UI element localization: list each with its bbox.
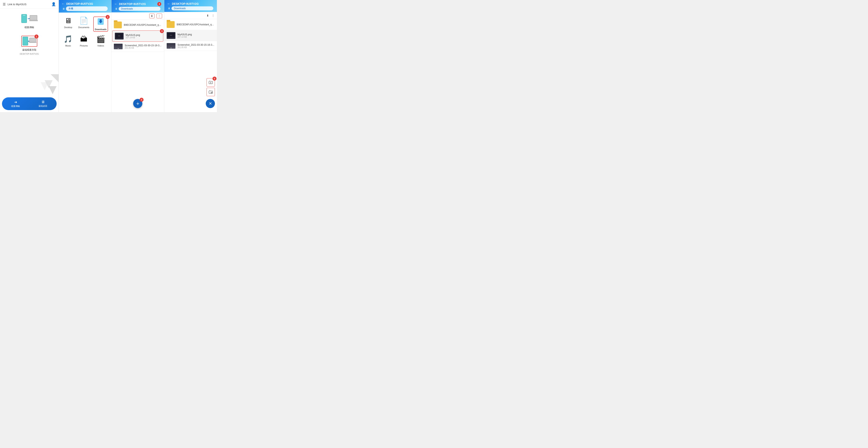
- folder-thumbnail: [114, 22, 122, 28]
- remote-access-label: 遠端檔案存取: [22, 48, 36, 52]
- panel3-subtitle-row: 🖥 Downloads: [167, 6, 214, 10]
- file-transfer-label: 檔案傳輸: [25, 26, 34, 29]
- panel1-subtitle-row: 🖥 本機: [62, 6, 108, 11]
- panel1-title: DESKTOP-9U5TV2G: [66, 2, 93, 5]
- file-music[interactable]: 🎵 Music: [62, 35, 74, 47]
- panel2-title: DESKTOP-9U5TV2G: [119, 2, 146, 6]
- hamburger-icon[interactable]: ☰: [3, 2, 6, 6]
- app-title: Link to MyASUS: [7, 3, 27, 6]
- remote-access-sublabel: DESKTOP-9U5TV2G: [20, 53, 39, 55]
- documents-icon: 📄: [79, 17, 88, 25]
- svg-marker-2: [49, 86, 57, 94]
- panel2-monitor-icon: 🖥: [115, 7, 117, 10]
- panel3-folder-thumbnail: [167, 21, 175, 28]
- panel3-title: DESKTOP-9U5TV2G: [172, 2, 198, 5]
- nav-remote-desktop[interactable]: 🖥 遠端桌面: [38, 100, 47, 108]
- panel2-folder-item[interactable]: B9ECED6F.ASUSPCAssistant_qmb...: [112, 20, 164, 31]
- file-desktop[interactable]: 🖥 Desktop: [62, 17, 74, 32]
- videos-icon: 🎬: [96, 35, 105, 43]
- side-action-buttons: 6: [207, 78, 215, 96]
- remote-access-icon: 1: [21, 36, 37, 47]
- laptop-shape: [30, 15, 37, 20]
- panel2-folder-info: B9ECED6F.ASUSPCAssistant_qmb...: [124, 24, 162, 26]
- panel1-monitor-icon: 🖥: [62, 7, 65, 10]
- panel2-myasus-item[interactable]: 3 IMG MyASUS.png 227.14 KB: [112, 31, 163, 42]
- file-transfer-icon-wrap: [21, 12, 37, 25]
- decorative-shapes: [39, 72, 59, 96]
- panel-local: ← DESKTOP-9U5TV2G 🖥 本機 🖥 Desktop 📄 Docum…: [59, 0, 112, 112]
- music-label: Music: [65, 44, 71, 47]
- file-videos[interactable]: 🎬 Videos: [93, 35, 108, 47]
- panel3-monitor-icon: 🖥: [168, 7, 170, 10]
- panel2-subtitle-row: 🖥 Downloads: [114, 7, 161, 11]
- panel2-screenshot-item[interactable]: Screenshot_2021-03-30-15-16-3... 201.05 …: [112, 42, 164, 52]
- panel2-screenshot-name: Screenshot_2021-03-30-15-16-3...: [125, 44, 162, 47]
- file-documents[interactable]: 📄 Documents: [78, 17, 90, 32]
- panel2-title-row: ← DESKTOP-9U5TV2G 4: [114, 2, 161, 6]
- panel1-location: 本機: [66, 6, 108, 11]
- nav-transfer-icon: ➜: [14, 100, 17, 104]
- music-icon: 🎵: [64, 35, 72, 43]
- panel2-back-button[interactable]: ←: [114, 2, 117, 6]
- panel2-folder-name: B9ECED6F.ASUSPCAssistant_qmb...: [124, 24, 162, 26]
- phone-shape: [21, 14, 27, 23]
- badge-2: 2: [106, 15, 110, 19]
- panel-downloads-2: ← DESKTOP-9U5TV2G 🖥 Downloads ⬇ ⋮ B9ECED…: [164, 0, 217, 112]
- downloads-icon-wrap: [97, 18, 104, 27]
- screenshot-thumbnail: [114, 44, 123, 49]
- panel3-folder-info: B9ECED6F.ASUSPCAssistant_qmb...: [177, 23, 215, 26]
- add-icon: +: [136, 100, 140, 107]
- panel3-title-row: ← DESKTOP-9U5TV2G: [167, 2, 214, 6]
- remote-access-item[interactable]: 1 遠端檔案存取 DESKTOP-9U5TV2G: [3, 35, 56, 55]
- panel2-download-btn[interactable]: ⬇: [149, 13, 155, 18]
- panel1-back-button[interactable]: ←: [62, 2, 65, 6]
- remote-icon-wrap: 1: [21, 35, 37, 47]
- profile-icon[interactable]: 👤: [52, 2, 56, 6]
- panel3-screenshot-info: Screenshot_2021-03-30-15-16-3... 201.05 …: [178, 43, 215, 49]
- right-panels: ← DESKTOP-9U5TV2G 🖥 本機 🖥 Desktop 📄 Docum…: [59, 0, 217, 112]
- app-header: ☰ Link to MyASUS 👤: [0, 0, 59, 8]
- panel3-myasus-item[interactable]: IMG MyASUS.png 227.14 KB: [164, 30, 217, 41]
- file-transfer-item[interactable]: 檔案傳輸: [3, 12, 56, 29]
- panel2-more-btn[interactable]: ⋮: [156, 13, 162, 18]
- panel3-folder-item[interactable]: B9ECED6F.ASUSPCAssistant_qmb...: [164, 19, 217, 30]
- panel3-screenshot-item[interactable]: Screenshot_2021-03-30-15-16-3... 201.05 …: [164, 41, 217, 51]
- file-downloads[interactable]: 2 Downloads: [93, 17, 108, 32]
- panel2-myasus-size: 227.14 KB: [126, 36, 161, 39]
- file-pictures[interactable]: 🏔 Pictures: [78, 35, 90, 47]
- panel3-location: Downloads: [172, 6, 213, 10]
- badge-6: 6: [213, 77, 217, 81]
- panel3-download-btn[interactable]: ⬇: [206, 13, 209, 18]
- panel3-screenshot-size: 201.05 KB: [178, 46, 215, 49]
- bottom-navigation: ➜ 檔案傳輸 🖥 遠端桌面: [2, 97, 57, 110]
- pictures-icon: 🏔: [80, 35, 87, 43]
- transfer-icon: [21, 13, 37, 24]
- nav-transfer-label: 檔案傳輸: [11, 105, 20, 108]
- panel3-file-list: B9ECED6F.ASUSPCAssistant_qmb... IMG MyAS…: [164, 19, 217, 112]
- documents-label: Documents: [79, 26, 90, 29]
- pictures-label: Pictures: [80, 44, 88, 47]
- download-to-btn[interactable]: [207, 88, 215, 96]
- panel2-header: ← DESKTOP-9U5TV2G 4 🖥 Downloads: [112, 0, 164, 12]
- videos-label: Videos: [97, 44, 104, 47]
- nav-desktop-label: 遠端桌面: [38, 104, 47, 108]
- panel3-more-btn[interactable]: ⋮: [211, 13, 215, 18]
- svg-text:IMG: IMG: [170, 35, 173, 36]
- laptop-base: [29, 20, 38, 21]
- badge-5: 5: [140, 98, 144, 102]
- panel3-folder-name: B9ECED6F.ASUSPCAssistant_qmb...: [177, 23, 215, 26]
- panel2-myasus-name: MyASUS.png: [126, 34, 161, 36]
- svg-text:IMG: IMG: [118, 35, 121, 36]
- add-fab-button[interactable]: + 5: [133, 99, 142, 108]
- side-actions-wrapper: 6: [207, 78, 215, 96]
- close-fab-button[interactable]: ✕: [206, 99, 215, 108]
- panel3-myasus-size: 227.14 KB: [178, 36, 215, 38]
- nav-file-transfer[interactable]: ➜ 檔案傳輸: [11, 100, 20, 108]
- badge-4: 4: [157, 2, 161, 6]
- panel3-toolbar: ⬇ ⋮: [164, 12, 217, 19]
- downloads-label: Downloads: [95, 28, 107, 31]
- myasus-thumbnail: IMG: [115, 33, 124, 39]
- panel3-screenshot-name: Screenshot_2021-03-30-15-16-3...: [178, 43, 215, 46]
- panel2-screenshot-size: 201.05 KB: [125, 47, 162, 49]
- panel3-back-button[interactable]: ←: [167, 2, 170, 6]
